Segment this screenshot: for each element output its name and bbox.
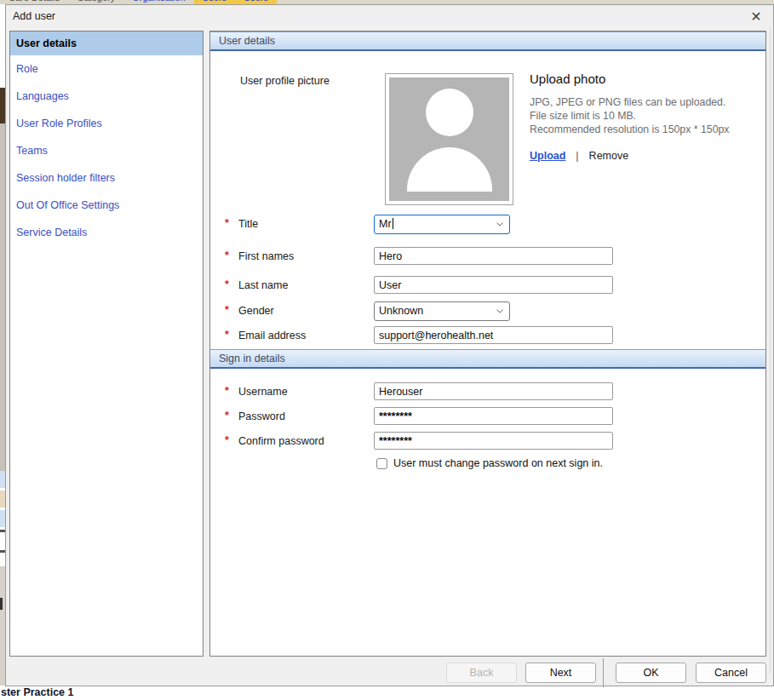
close-icon[interactable]: ✕ bbox=[747, 8, 765, 26]
username-label: Username bbox=[238, 386, 288, 398]
section-header-sign-in-details: Sign in details bbox=[210, 349, 765, 369]
back-button[interactable]: Back bbox=[446, 663, 517, 683]
sidebar-item-session-holder-filters[interactable]: Session holder filters bbox=[10, 164, 203, 192]
last-name-field[interactable] bbox=[374, 276, 613, 294]
gender-select-value: Unknown bbox=[379, 305, 423, 317]
upload-hint-filetypes: JPG, JPEG or PNG files can be uploaded. bbox=[530, 96, 725, 108]
background-practice-name: ster Practice 1 bbox=[1, 686, 73, 698]
change-password-checkbox[interactable] bbox=[376, 458, 387, 469]
add-user-dialog: Add user ✕ User details Role Languages U… bbox=[5, 4, 774, 686]
required-marker: * bbox=[225, 278, 229, 290]
first-names-field[interactable] bbox=[374, 247, 613, 265]
sidebar-item-user-details[interactable]: User details bbox=[10, 32, 203, 55]
title-label: Title bbox=[238, 218, 258, 230]
upload-hint-resolution: Recommended resolution is 150px * 150px bbox=[530, 123, 729, 135]
gender-select[interactable]: Unknown bbox=[374, 301, 510, 321]
sidebar-item-service-details[interactable]: Service Details bbox=[10, 219, 203, 246]
text-cursor bbox=[393, 218, 393, 229]
sidebar-item-teams[interactable]: Teams bbox=[10, 137, 203, 164]
upload-hint-filesize: File size limit is 10 MB. bbox=[530, 110, 636, 122]
title-select-value: Mr bbox=[379, 218, 392, 230]
cancel-button[interactable]: Cancel bbox=[696, 663, 766, 683]
last-name-label: Last name bbox=[238, 279, 288, 291]
sidebar-item-languages[interactable]: Languages bbox=[10, 83, 203, 110]
person-silhouette-icon bbox=[389, 77, 509, 201]
remove-link[interactable]: Remove bbox=[589, 150, 629, 162]
profile-picture-label: User profile picture bbox=[240, 75, 330, 87]
required-marker: * bbox=[225, 329, 229, 341]
dialog-title-bar: Add user ✕ bbox=[6, 5, 773, 29]
password-field[interactable] bbox=[374, 407, 613, 425]
panel-right-groove bbox=[770, 26, 771, 674]
user-details-panel: User details User profile picture Upload… bbox=[209, 31, 766, 657]
footer-divider bbox=[603, 658, 604, 687]
profile-picture-frame bbox=[385, 73, 513, 205]
required-marker: * bbox=[225, 385, 229, 397]
upload-link[interactable]: Upload bbox=[530, 150, 565, 162]
confirm-password-label: Confirm password bbox=[238, 435, 324, 447]
upload-actions-row: Upload|Remove bbox=[530, 150, 628, 162]
chevron-down-icon bbox=[496, 222, 503, 227]
sidebar-item-user-role-profiles[interactable]: User Role Profiles bbox=[10, 110, 203, 137]
required-marker: * bbox=[225, 410, 229, 422]
username-field[interactable] bbox=[374, 382, 613, 400]
gender-label: Gender bbox=[238, 305, 274, 317]
chevron-down-icon bbox=[496, 309, 503, 313]
first-names-label: First names bbox=[238, 250, 294, 262]
required-marker: * bbox=[225, 434, 229, 446]
password-label: Password bbox=[238, 410, 285, 422]
email-field[interactable] bbox=[374, 326, 613, 344]
sidebar-item-out-of-office-settings[interactable]: Out Of Office Settings bbox=[10, 192, 203, 219]
upload-separator: | bbox=[576, 150, 578, 162]
next-button[interactable]: Next bbox=[525, 663, 596, 683]
dialog-title: Add user bbox=[13, 10, 55, 22]
confirm-password-field[interactable] bbox=[374, 432, 613, 450]
ok-button[interactable]: OK bbox=[616, 663, 686, 683]
upload-photo-heading: Upload photo bbox=[530, 72, 605, 86]
email-label: Email address bbox=[238, 330, 306, 341]
section-header-user-details: User details bbox=[210, 32, 765, 51]
required-marker: * bbox=[225, 304, 229, 316]
required-marker: * bbox=[225, 250, 229, 261]
change-password-label: User must change password on next sign i… bbox=[393, 457, 603, 469]
title-select[interactable]: Mr bbox=[374, 215, 510, 234]
sidebar-item-role[interactable]: Role bbox=[10, 55, 203, 83]
change-password-row: User must change password on next sign i… bbox=[376, 457, 603, 469]
wizard-sidebar: User details Role Languages User Role Pr… bbox=[9, 31, 204, 657]
required-marker: * bbox=[225, 217, 229, 229]
